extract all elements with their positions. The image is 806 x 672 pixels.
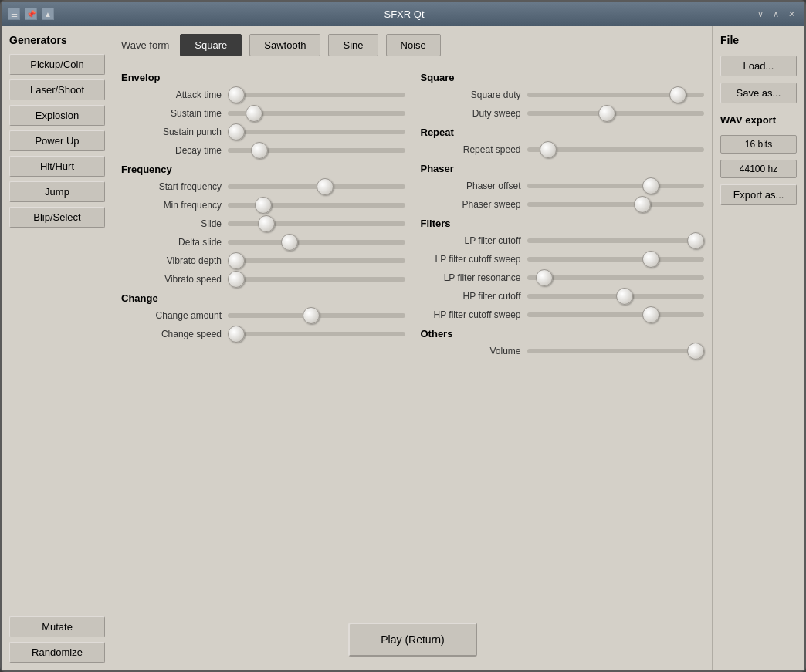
panels: Envelop Attack time Sustain time [121,69,704,610]
attack-time-thumb[interactable] [228,86,245,103]
hp-filter-cutoff-sweep-row: HP filter cutoff sweep [421,309,705,320]
minimize-btn[interactable]: ∨ [754,8,767,21]
load-btn[interactable]: Load... [720,56,797,76]
bit-depth-info: 16 bits [720,135,797,154]
square-duty-label: Square duty [421,89,521,100]
decay-time-thumb[interactable] [251,142,268,159]
change-amount-thumb[interactable] [303,307,320,324]
sustain-time-track[interactable] [228,111,405,116]
save-as-btn[interactable]: Save as... [720,83,797,103]
square-duty-track[interactable] [527,93,705,97]
lp-filter-resonance-track[interactable] [527,275,705,280]
change-speed-label: Change speed [121,329,222,339]
up-icon[interactable]: ▲ [42,8,54,20]
hit-hurt-btn[interactable]: Hit/Hurt [9,156,105,177]
phaser-sweep-track[interactable] [527,202,705,207]
close-btn[interactable]: ✕ [785,8,798,21]
jump-btn[interactable]: Jump [9,181,105,202]
start-frequency-track[interactable] [228,184,405,189]
lp-filter-cutoff-sweep-label: LP filter cutoff sweep [421,254,521,265]
slide-label: Slide [121,218,222,229]
decay-time-track[interactable] [228,148,405,153]
blip-select-btn[interactable]: Blip/Select [9,207,105,228]
slide-thumb[interactable] [258,215,275,232]
sustain-time-label: Sustain time [121,108,222,119]
randomize-btn[interactable]: Randomize [9,642,105,663]
change-speed-track[interactable] [228,332,405,336]
waveform-sine-btn[interactable]: Sine [328,34,378,56]
phaser-sweep-thumb[interactable] [634,196,651,213]
volume-row: Volume [421,346,705,356]
vibrato-speed-track[interactable] [228,277,405,282]
lp-filter-cutoff-track[interactable] [527,238,705,243]
repeat-title: Repeat [421,127,705,138]
duty-sweep-thumb[interactable] [598,105,615,122]
phaser-offset-thumb[interactable] [642,177,659,194]
attack-time-row: Attack time [121,89,405,100]
mutate-btn[interactable]: Mutate [9,616,105,637]
duty-sweep-track[interactable] [527,111,705,116]
change-title: Change [121,292,405,304]
hp-filter-cutoff-sweep-label: HP filter cutoff sweep [421,309,521,320]
start-frequency-thumb[interactable] [317,178,334,195]
others-title: Others [421,328,705,339]
min-frequency-track[interactable] [228,203,405,208]
vibrato-depth-label: Vibrato depth [121,255,222,266]
right-file-panel: File Load... Save as... WAV export 16 bi… [712,26,804,670]
frequency-title: Frequency [121,164,405,175]
volume-thumb[interactable] [687,343,704,360]
change-speed-thumb[interactable] [228,326,245,343]
phaser-sweep-label: Phaser sweep [421,199,521,210]
delta-slide-thumb[interactable] [281,234,298,251]
waveform-sawtooth-btn[interactable]: Sawtooth [249,34,320,56]
phaser-offset-track[interactable] [527,184,705,188]
lp-filter-cutoff-sweep-thumb[interactable] [642,251,659,268]
sustain-punch-track[interactable] [228,130,405,134]
export-as-btn[interactable]: Export as... [720,184,797,205]
delta-slide-row: Delta slide [121,237,405,248]
change-amount-row: Change amount [121,310,405,321]
lp-filter-cutoff-thumb[interactable] [687,232,704,249]
volume-track[interactable] [527,349,705,353]
phaser-offset-row: Phaser offset [421,181,705,191]
delta-slide-track[interactable] [228,240,405,245]
menu-icon[interactable]: ☰ [8,8,20,20]
vibrato-depth-track[interactable] [228,258,405,263]
attack-time-track[interactable] [228,93,405,97]
repeat-speed-track[interactable] [527,147,705,152]
hp-filter-cutoff-thumb[interactable] [616,288,633,305]
slide-track[interactable] [228,221,405,226]
lp-filter-resonance-thumb[interactable] [536,269,553,286]
square-duty-thumb[interactable] [669,86,686,103]
panel-left: Envelop Attack time Sustain time [121,69,405,610]
play-btn[interactable]: Play (Return) [348,623,476,657]
hp-filter-cutoff-track[interactable] [527,294,705,299]
explosion-btn[interactable]: Explosion [9,105,105,126]
duty-sweep-label: Duty sweep [421,108,521,119]
vibrato-speed-thumb[interactable] [228,271,245,288]
delta-slide-label: Delta slide [121,237,222,248]
waveform-noise-btn[interactable]: Noise [386,34,441,56]
lp-filter-cutoff-sweep-track[interactable] [527,257,705,262]
lp-filter-cutoff-sweep-row: LP filter cutoff sweep [421,254,705,265]
maximize-btn[interactable]: ∧ [770,8,782,21]
min-frequency-thumb[interactable] [255,197,272,214]
sidebar: Generators Pickup/Coin Laser/Shoot Explo… [2,26,113,670]
titlebar: ☰ 📌 ▲ SFXR Qt ∨ ∧ ✕ [2,2,804,26]
repeat-speed-thumb[interactable] [540,141,557,158]
sustain-time-row: Sustain time [121,108,405,119]
power-up-btn[interactable]: Power Up [9,130,105,151]
hp-filter-cutoff-sweep-thumb[interactable] [642,306,659,323]
sustain-punch-thumb[interactable] [228,123,245,140]
pin-icon[interactable]: 📌 [25,8,37,20]
bottom-row: Play (Return) [121,610,704,663]
waveform-square-btn[interactable]: Square [180,34,242,56]
laser-shoot-btn[interactable]: Laser/Shoot [9,79,105,100]
hp-filter-cutoff-sweep-track[interactable] [527,312,705,317]
pickup-coin-btn[interactable]: Pickup/Coin [9,54,105,75]
vibrato-speed-label: Vibrato speed [121,274,222,285]
sustain-time-thumb[interactable] [246,105,262,122]
vibrato-depth-thumb[interactable] [228,252,245,269]
change-amount-track[interactable] [228,313,405,318]
phaser-sweep-row: Phaser sweep [421,199,705,210]
